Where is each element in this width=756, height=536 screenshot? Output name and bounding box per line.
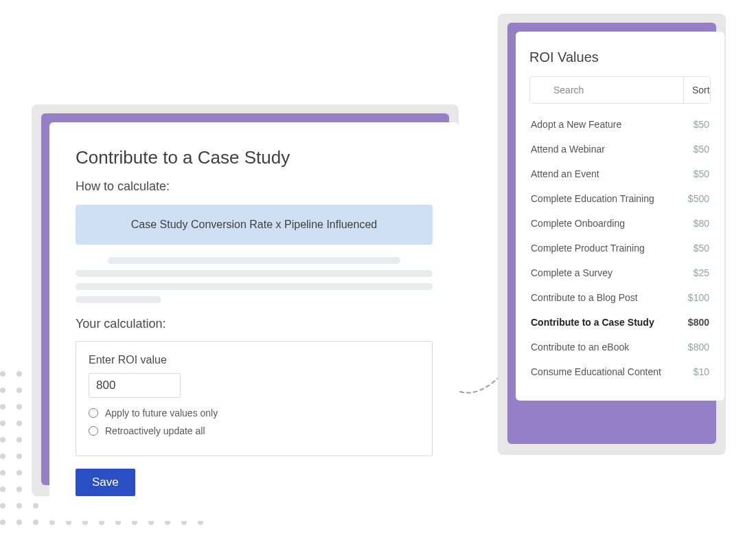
radio-retro-input[interactable] — [89, 426, 98, 436]
roi-item-value: $800 — [688, 317, 709, 328]
roi-value-input[interactable] — [89, 373, 181, 398]
roi-list-item[interactable]: Attend an Event$50 — [529, 161, 711, 186]
case-study-card: Contribute to a Case Study How to calcul… — [49, 122, 459, 521]
radio-future-input[interactable] — [89, 408, 98, 418]
roi-item-label: Complete Education Training — [531, 193, 654, 204]
how-to-label: How to calculate: — [76, 179, 433, 194]
roi-values-list: Adopt a New Feature$50Attend a Webinar$5… — [529, 112, 711, 384]
roi-list-item[interactable]: Consume Educational Content$10 — [529, 359, 711, 384]
your-calculation-label: Your calculation: — [76, 317, 433, 331]
roi-item-value: $50 — [694, 144, 709, 155]
sort-button[interactable]: Sort — [683, 77, 711, 103]
roi-list-item[interactable]: Contribute to an eBook$800 — [529, 335, 711, 359]
skeleton-line — [76, 283, 433, 290]
roi-item-label: Contribute to an eBook — [531, 342, 629, 353]
radio-future-label: Apply to future values only — [105, 407, 218, 418]
roi-item-value: $100 — [688, 292, 709, 303]
roi-list-item[interactable]: Complete Onboarding$80 — [529, 211, 711, 236]
radio-future-row[interactable]: Apply to future values only — [89, 407, 420, 418]
roi-item-value: $50 — [694, 168, 709, 179]
roi-item-label: Attend an Event — [531, 168, 599, 179]
skeleton-line — [76, 296, 161, 303]
calculation-box: Enter ROI value Apply to future values o… — [76, 341, 433, 456]
card-title: Contribute to a Case Study — [76, 147, 433, 168]
roi-item-value: $80 — [694, 218, 709, 229]
roi-item-label: Complete a Survey — [531, 267, 612, 278]
roi-list-item[interactable]: Complete a Survey$25 — [529, 260, 711, 285]
sort-label: Sort — [692, 85, 710, 96]
roi-list-item[interactable]: Attend a Webinar$50 — [529, 137, 711, 161]
roi-item-label: Consume Educational Content — [531, 366, 661, 377]
roi-item-label: Complete Onboarding — [531, 218, 625, 229]
enter-roi-label: Enter ROI value — [89, 354, 420, 366]
skeleton-line — [76, 270, 433, 277]
roi-item-label: Contribute to a Case Study — [531, 317, 654, 328]
skeleton-line — [108, 257, 400, 264]
formula-box: Case Study Conversion Rate x Pipeline In… — [76, 205, 433, 245]
roi-values-title: ROI Values — [529, 49, 711, 65]
radio-retro-row[interactable]: Retroactively update all — [89, 425, 420, 436]
roi-item-label: Attend a Webinar — [531, 144, 605, 155]
search-input[interactable] — [530, 77, 683, 103]
roi-item-value: $10 — [694, 366, 709, 377]
roi-values-card: ROI Values Sort Adopt a New Feature$50At… — [516, 32, 724, 401]
roi-list-item[interactable]: Adopt a New Feature$50 — [529, 112, 711, 137]
search-sort-bar: Sort — [529, 76, 711, 104]
radio-retro-label: Retroactively update all — [105, 425, 205, 436]
roi-item-label: Adopt a New Feature — [531, 119, 621, 130]
roi-list-item[interactable]: Complete Education Training$500 — [529, 186, 711, 211]
roi-list-item[interactable]: Complete Product Training$50 — [529, 236, 711, 260]
roi-item-label: Complete Product Training — [531, 243, 645, 254]
roi-item-value: $50 — [694, 243, 709, 254]
roi-item-value: $800 — [688, 342, 709, 353]
roi-item-value: $50 — [694, 119, 709, 130]
save-button[interactable]: Save — [76, 469, 135, 496]
roi-list-item[interactable]: Contribute to a Blog Post$100 — [529, 285, 711, 310]
roi-item-value: $500 — [688, 193, 709, 204]
roi-item-label: Contribute to a Blog Post — [531, 292, 638, 303]
roi-item-value: $25 — [694, 267, 709, 278]
roi-list-item[interactable]: Contribute to a Case Study$800 — [529, 310, 711, 335]
